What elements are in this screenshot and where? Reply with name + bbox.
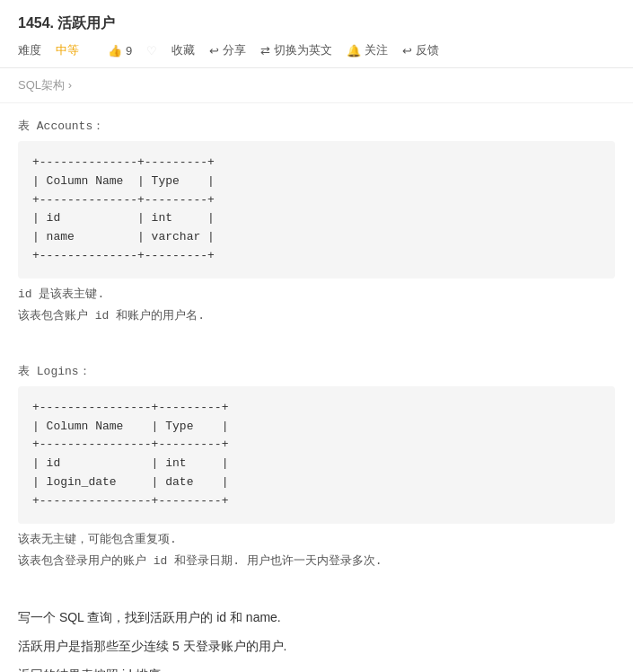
difficulty-label: 难度 [18,42,41,58]
accounts-desc2: 该表包含账户 id 和账户的用户名. [18,307,615,323]
accounts-table-code: +--------------+---------+ | Column Name… [18,141,615,279]
accounts-table-label: 表 Accounts： [18,118,615,134]
breadcrumb-category[interactable]: SQL架构 [18,78,65,92]
switch-icon: ⇄ [260,44,270,57]
bottom-line1: 写一个 SQL 查询，找到活跃用户的 id 和 name. [18,605,615,630]
share-icon: ↩ [209,44,219,57]
header: 1454. 活跃用户 难度 中等 👍 9 ♡ 收藏 ↩ 分享 ⇄ 切换为英文 🔔… [0,0,633,103]
content-area: 表 Accounts： +--------------+---------+ |… [0,103,633,605]
breadcrumb-arrow: › [68,78,72,92]
follow-button[interactable]: 🔔 关注 [347,42,388,58]
logins-desc1: 该表无主键，可能包含重复项. [18,531,615,547]
like-button[interactable]: 👍 9 [108,44,132,57]
page-title: 1454. 活跃用户 [18,14,615,33]
feedback-icon: ↩ [402,44,412,57]
logins-table-code: +----------------+---------+ | Column Na… [18,386,615,524]
share-button[interactable]: ↩ 分享 [209,42,246,58]
collect-button[interactable]: 收藏 [171,42,195,58]
breadcrumb: SQL架构 › [0,68,633,103]
like-icon: 👍 [108,44,122,57]
bell-icon: 🔔 [347,44,361,57]
difficulty-value: 中等 [56,42,79,58]
bottom-line3: 返回的结果表按照 id 排序. [18,662,615,672]
sep2: ♡ [146,44,157,57]
logins-table-label: 表 Logins： [18,363,615,379]
logins-section: 表 Logins： +----------------+---------+ |… [18,363,615,569]
accounts-section: 表 Accounts： +--------------+---------+ |… [18,118,615,323]
accounts-desc1: id 是该表主键. [18,286,615,302]
feedback-button[interactable]: ↩ 反馈 [402,42,439,58]
bottom-line2: 活跃用户是指那些至少连续 5 天登录账户的用户. [18,633,615,659]
logins-desc2: 该表包含登录用户的账户 id 和登录日期. 用户也许一天内登录多次. [18,553,615,569]
switch-language-button[interactable]: ⇄ 切换为英文 [260,42,332,58]
bottom-text-area: 写一个 SQL 查询，找到活跃用户的 id 和 name. 活跃用户是指那些至少… [0,605,633,672]
like-count: 9 [126,44,132,57]
